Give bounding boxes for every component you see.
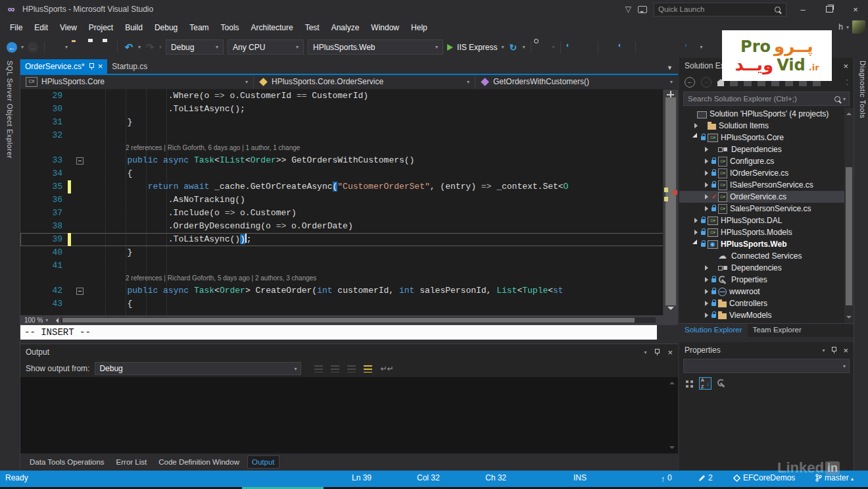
close-icon[interactable]: × xyxy=(667,347,673,357)
diagnostic-tools-tab[interactable]: Diagnostic Tools xyxy=(859,61,867,118)
solution-platform-dropdown[interactable]: Any CPU ▾ xyxy=(228,39,304,55)
navigate-backward-icon[interactable]: ← xyxy=(7,42,17,53)
project-dropdown[interactable]: C# HPlusSports.Core ▾ xyxy=(20,75,254,89)
tree-item-wwwroot[interactable]: wwwroot xyxy=(679,286,854,297)
expand-icon[interactable] xyxy=(703,276,711,283)
start-debugging-button[interactable]: IIS Express ▾ xyxy=(447,43,504,52)
code-line-37[interactable]: 37 .Include(o => o.Customer) xyxy=(20,207,663,220)
output-source-dropdown[interactable]: Debug ▾ xyxy=(95,362,301,375)
panel-splitter[interactable] xyxy=(679,337,854,342)
menu-debug[interactable]: Debug xyxy=(149,20,183,35)
redo-icon[interactable]: ↷ xyxy=(145,42,155,53)
scroll-down-icon[interactable] xyxy=(669,446,675,451)
codelens-indicator[interactable]: 2 references | Richard Goforth, 5 days a… xyxy=(20,272,663,284)
fold-marker-icon[interactable] xyxy=(74,284,86,297)
minimize-button[interactable]: – xyxy=(793,2,813,16)
start-debugging-dropdown-icon[interactable]: ▾ xyxy=(501,44,504,50)
expand-icon[interactable] xyxy=(703,288,711,295)
scroll-down-icon[interactable] xyxy=(667,307,674,313)
quick-launch-input[interactable] xyxy=(654,5,775,13)
tree-item-orderservice-cs[interactable]: ✓C#OrderService.cs xyxy=(679,191,854,203)
scroll-down-icon[interactable] xyxy=(846,316,852,321)
tree-item-hplussports-web[interactable]: HPlusSports.Web xyxy=(679,238,854,250)
expand-icon[interactable] xyxy=(692,122,701,129)
startup-project-dropdown[interactable]: HPlusSports.Web ▾ xyxy=(308,39,443,55)
expand-icon[interactable] xyxy=(703,158,711,165)
close-icon[interactable]: × xyxy=(98,63,103,70)
menu-file[interactable]: File xyxy=(4,20,28,35)
code-line-36[interactable]: 36 .AsNoTracking() xyxy=(20,193,663,207)
menu-window[interactable]: Window xyxy=(365,20,405,35)
redo-dropdown-icon[interactable]: ▾ xyxy=(159,44,162,50)
tree-scrollbar[interactable] xyxy=(844,108,854,323)
toolbar-overflow-icon[interactable]: ⁚ xyxy=(846,78,849,87)
find-message-icon[interactable] xyxy=(314,365,323,373)
code-line-39[interactable]: 39 .ToListAsync()); xyxy=(20,233,663,246)
pin-icon[interactable] xyxy=(831,347,836,353)
pin-icon[interactable] xyxy=(89,63,94,70)
funnel-icon[interactable]: ▽ xyxy=(625,5,631,14)
output-content[interactable] xyxy=(20,377,678,453)
categorized-icon[interactable] xyxy=(686,380,688,383)
uncommitted-changes-button[interactable]: 2 xyxy=(698,473,713,484)
expand-icon[interactable] xyxy=(703,300,711,307)
new-file-dropdown-icon[interactable]: ▾ xyxy=(65,44,68,50)
sql-server-object-explorer-tab[interactable]: SQL Server Object Explorer xyxy=(6,61,14,159)
word-wrap-icon[interactable]: ↵↵ xyxy=(380,365,393,373)
code-line-32[interactable]: 32 xyxy=(20,129,663,142)
code-line-33[interactable]: 33 public async Task<IList<Order>> GetOr… xyxy=(20,154,663,167)
editor-horizontal-scrollbar[interactable] xyxy=(61,317,656,323)
tree-item-dependencies[interactable]: Dependencies xyxy=(679,262,854,274)
quick-launch-box[interactable] xyxy=(654,3,786,16)
close-icon[interactable]: × xyxy=(843,346,848,355)
refresh-dropdown-icon[interactable]: ▾ xyxy=(522,44,525,50)
solution-search-box[interactable]: ▾ xyxy=(683,91,850,106)
menu-team[interactable]: Team xyxy=(183,20,214,35)
clear-all-icon[interactable] xyxy=(364,365,372,373)
solution-search-input[interactable] xyxy=(684,95,834,103)
panel-tab-error-list[interactable]: Error List xyxy=(112,456,151,468)
close-button[interactable]: × xyxy=(846,2,865,16)
menu-build[interactable]: Build xyxy=(119,20,149,35)
editor-tab-startup-cs[interactable]: Startup.cs xyxy=(107,59,152,74)
home-icon[interactable] xyxy=(717,82,724,86)
fold-marker-icon[interactable] xyxy=(74,154,86,167)
pin-icon[interactable] xyxy=(654,349,660,355)
feedback-icon[interactable] xyxy=(638,6,647,13)
collapse-icon[interactable] xyxy=(692,241,701,247)
panel-tab-code-definition-window[interactable]: Code Definition Window xyxy=(155,456,243,468)
tree-item-controllers[interactable]: Controllers xyxy=(679,297,854,309)
scrollbar-thumb[interactable] xyxy=(665,97,676,305)
code-line-31[interactable]: 31 } xyxy=(20,116,663,129)
previous-message-icon[interactable] xyxy=(331,365,339,373)
find-dropdown-icon[interactable]: ▾ xyxy=(552,44,554,50)
expand-icon[interactable] xyxy=(692,229,701,236)
code-editor[interactable]: 29 .Where(o => o.CustomerId == CustomerI… xyxy=(20,90,678,315)
refresh-icon[interactable]: ↻ xyxy=(508,42,518,53)
tree-item-solution-items[interactable]: Solution Items xyxy=(679,120,854,132)
search-dropdown-icon[interactable]: ▾ xyxy=(843,96,846,102)
code-line-43[interactable]: 43 { xyxy=(20,297,663,311)
code-line-41[interactable]: 41 xyxy=(20,259,663,272)
expand-icon[interactable] xyxy=(703,146,711,153)
menu-tools[interactable]: Tools xyxy=(215,20,245,35)
solution-configuration-dropdown[interactable]: Debug ▾ xyxy=(166,39,224,55)
menu-view[interactable]: View xyxy=(54,20,83,35)
unpushed-commits-button[interactable]: ↑0 xyxy=(661,473,672,484)
back-icon[interactable]: ← xyxy=(685,77,695,88)
properties-object-dropdown[interactable]: ▾ xyxy=(683,359,850,373)
editor-tab-orderservice-cs[interactable]: OrderService.cs*× xyxy=(20,59,107,74)
scrollbar-thumb[interactable] xyxy=(62,318,635,322)
tree-item-configure-cs[interactable]: C#Configure.cs xyxy=(679,155,854,167)
next-message-icon[interactable] xyxy=(347,365,356,373)
code-line-40[interactable]: 40 } xyxy=(20,246,663,259)
toolbar-overflow-icon[interactable]: ▾ xyxy=(700,44,702,50)
explorer-tab-team-explorer[interactable]: Team Explorer xyxy=(748,324,807,337)
maximize-button[interactable] xyxy=(819,2,839,16)
zoom-dropdown-icon[interactable]: ▾ xyxy=(45,317,48,323)
undo-dropdown-icon[interactable]: ▾ xyxy=(138,44,141,50)
code-line-29[interactable]: 29 .Where(o => o.CustomerId == CustomerI… xyxy=(20,90,663,103)
close-icon[interactable]: × xyxy=(843,61,848,71)
forward-icon[interactable]: → xyxy=(701,77,711,88)
tree-item-hplussports-dal[interactable]: C#HPlusSports.DAL xyxy=(679,215,854,226)
